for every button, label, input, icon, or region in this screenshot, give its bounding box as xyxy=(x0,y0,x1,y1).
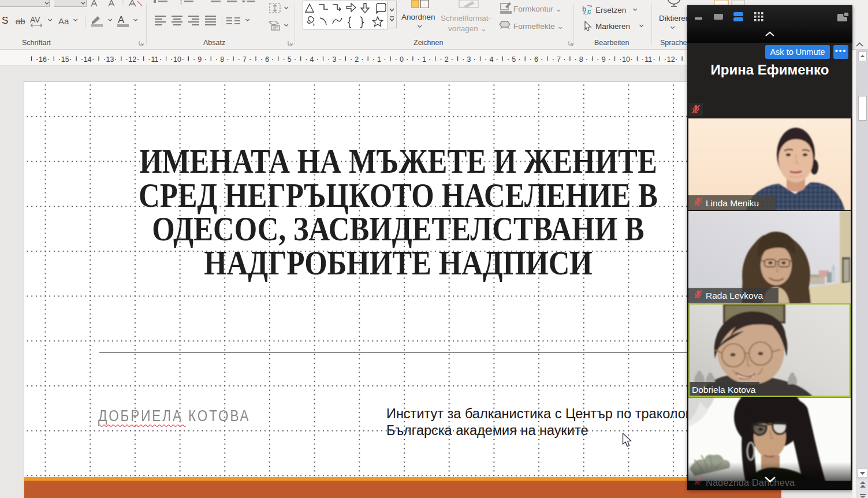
svg-text:6: 6 xyxy=(265,55,269,64)
svg-text:16: 16 xyxy=(39,55,47,64)
svg-text:1: 1 xyxy=(422,55,426,64)
svg-text:3: 3 xyxy=(467,55,471,64)
svg-text:5: 5 xyxy=(512,55,516,64)
svg-text:10: 10 xyxy=(622,55,630,64)
svg-text:7: 7 xyxy=(243,55,247,64)
svg-text:15: 15 xyxy=(61,55,69,64)
svg-text:12: 12 xyxy=(128,55,136,64)
svg-text:8: 8 xyxy=(579,55,583,64)
svg-text:11: 11 xyxy=(151,55,159,64)
svg-text:Linda Meniku: Linda Meniku xyxy=(706,198,759,207)
svg-text:14: 14 xyxy=(84,55,92,64)
svg-text:9: 9 xyxy=(198,55,202,64)
svg-text:13: 13 xyxy=(106,55,114,64)
svg-text:6: 6 xyxy=(534,55,538,64)
svg-text:Dobriela Kotova: Dobriela Kotova xyxy=(692,385,756,395)
svg-text:10: 10 xyxy=(173,55,181,64)
svg-text:2: 2 xyxy=(355,55,359,64)
svg-text:7: 7 xyxy=(557,55,561,64)
svg-text:2: 2 xyxy=(445,55,449,64)
svg-text:8: 8 xyxy=(220,55,224,64)
svg-text:9: 9 xyxy=(602,55,606,64)
svg-text:11: 11 xyxy=(645,55,652,64)
svg-text:1: 1 xyxy=(377,55,381,64)
svg-text:12: 12 xyxy=(667,55,675,64)
svg-text:Nadezhda Dancheva: Nadezhda Dancheva xyxy=(706,477,795,488)
svg-text:4: 4 xyxy=(310,55,314,64)
svg-text:Rada Levkova: Rada Levkova xyxy=(706,291,763,300)
svg-text:3: 3 xyxy=(333,55,337,64)
svg-text:4: 4 xyxy=(489,55,493,64)
svg-text:5: 5 xyxy=(288,55,292,64)
svg-text:0: 0 xyxy=(400,55,404,64)
